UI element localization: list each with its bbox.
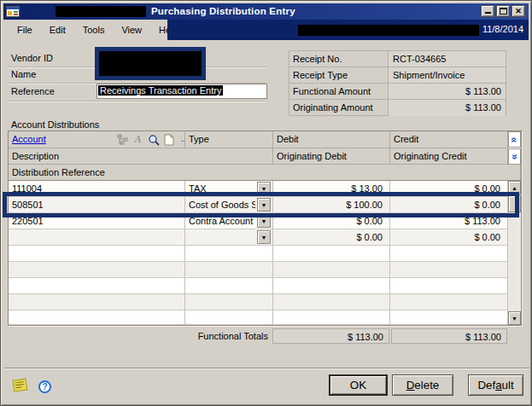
redacted-user-company xyxy=(298,25,479,36)
credit-cell[interactable]: $ 113.00 xyxy=(390,213,508,229)
receipt-type-label: Receipt Type xyxy=(293,70,348,80)
account-distributions-label: Account Distributions xyxy=(11,119,99,130)
scroll-up-icon: ▲ xyxy=(512,185,517,191)
type-cell[interactable]: TAX ▼ xyxy=(185,181,273,197)
functional-amount-value: $ 113.00 xyxy=(388,84,506,99)
system-date[interactable]: 11/8/2014 xyxy=(482,24,523,34)
maximize-icon xyxy=(500,8,507,14)
menu-view[interactable]: View xyxy=(113,23,150,37)
credit-header-cell: Credit xyxy=(390,131,508,148)
scroll-up-button[interactable]: ▲ xyxy=(508,181,521,194)
dropdown-arrow-icon: ▼ xyxy=(261,202,267,208)
type-dropdown-button[interactable]: ▼ xyxy=(257,182,271,195)
account-header-cell: Account A → xyxy=(9,131,185,148)
empty-row xyxy=(9,278,508,294)
footer-divider xyxy=(4,368,529,369)
originating-amount-label: Originating Amount xyxy=(293,102,373,113)
credit-cell[interactable]: $ 0.00 xyxy=(390,181,508,197)
account-cell[interactable]: 111004 xyxy=(9,181,185,197)
ok-button[interactable]: OK xyxy=(329,374,388,396)
receipt-no-value: RCT-034665 xyxy=(388,51,506,67)
functional-amount-label: Functional Amount xyxy=(293,86,371,96)
expand-rows-button[interactable]: « xyxy=(508,148,521,165)
help-icon[interactable]: ? xyxy=(38,380,51,393)
debit-cell[interactable]: $ 13.00 xyxy=(273,181,390,197)
grid-toolbar: A → xyxy=(115,132,185,147)
dropdown-arrow-icon: ▼ xyxy=(261,235,267,241)
table-row: 220501 Contra Account ▼ $ 0.00 $ 113.00 xyxy=(9,213,508,229)
lookup-icon[interactable] xyxy=(146,132,161,147)
scrollbar-thumb[interactable] xyxy=(508,195,521,212)
type-header-cell: Type xyxy=(185,131,273,148)
purchasing-distribution-entry-window: Purchasing Distribution Entry ✕ File Edi… xyxy=(0,0,532,406)
originating-amount-value: $ 113.00 xyxy=(388,100,506,116)
close-button[interactable]: ✕ xyxy=(512,5,525,17)
account-alias-icon[interactable]: A xyxy=(131,132,145,147)
table-row: ▼ $ 0.00 $ 0.00 xyxy=(9,229,508,246)
minimize-icon xyxy=(485,8,491,14)
account-header-link[interactable]: Account xyxy=(12,134,46,144)
note-icon[interactable] xyxy=(161,132,176,147)
menu-bar-right-panel: 11/8/2014 xyxy=(167,20,529,40)
originating-debit-header-cell: Originating Debit xyxy=(273,148,390,165)
empty-row xyxy=(9,246,508,262)
vendor-id-redacted-annotation xyxy=(95,47,206,80)
dropdown-arrow-icon: ▼ xyxy=(261,186,267,192)
collapse-rows-button[interactable]: « xyxy=(508,131,521,148)
name-label: Name xyxy=(11,69,36,79)
window-title: Purchasing Distribution Entry xyxy=(151,6,295,16)
empty-row xyxy=(9,262,508,278)
minimize-button[interactable] xyxy=(481,5,494,17)
distributions-grid: Account A → Type Debit Credit « Descript… xyxy=(8,130,522,326)
credit-cell[interactable]: $ 0.00 xyxy=(390,197,508,213)
default-button[interactable]: Default xyxy=(468,374,523,396)
menu-file[interactable]: File xyxy=(9,23,41,37)
type-cell[interactable]: ▼ xyxy=(185,229,273,246)
title-bar[interactable]: Purchasing Distribution Entry ✕ xyxy=(3,3,529,20)
menu-tools[interactable]: Tools xyxy=(74,23,114,37)
debit-cell[interactable]: $ 100.00 xyxy=(273,197,390,213)
receipt-no-label: Receipt No. xyxy=(293,54,342,64)
menu-edit[interactable]: Edit xyxy=(41,23,74,37)
receipt-type-value: Shipment/Invoice xyxy=(388,67,506,83)
account-hierarchy-icon[interactable] xyxy=(115,132,130,147)
type-dropdown-button[interactable]: ▼ xyxy=(257,230,271,244)
functional-totals-label: Functional Totals xyxy=(86,331,268,341)
maximize-button[interactable] xyxy=(496,5,510,17)
account-cell[interactable]: 220501 xyxy=(9,213,185,229)
functional-amount-row: Functional Amount $ 113.00 xyxy=(289,84,506,100)
account-cell[interactable]: 508501 xyxy=(9,197,185,213)
type-dropdown-button[interactable]: ▼ xyxy=(257,198,271,212)
reference-label: Reference xyxy=(11,86,55,96)
type-cell[interactable]: Contra Account ▼ xyxy=(185,213,273,229)
type-cell[interactable]: Cost of Goods So ▼ xyxy=(185,197,273,213)
distribution-reference-header-cell: Distribution Reference xyxy=(9,165,521,181)
notes-icon[interactable] xyxy=(11,378,30,396)
receipt-no-row: Receipt No. RCT-034665 xyxy=(289,51,506,67)
dropdown-arrow-icon: ▼ xyxy=(261,218,267,224)
close-icon: ✕ xyxy=(515,7,522,15)
debit-cell[interactable]: $ 0.00 xyxy=(273,213,390,229)
scroll-down-button[interactable]: ▼ xyxy=(508,311,521,325)
table-row: 111004 TAX ▼ $ 13.00 $ 0.00 xyxy=(9,181,508,197)
receipt-type-row: Receipt Type Shipment/Invoice xyxy=(289,67,506,84)
credit-cell[interactable]: $ 0.00 xyxy=(390,229,508,246)
scroll-down-icon: ▼ xyxy=(512,316,517,322)
chevron-down-icon: « xyxy=(509,154,521,160)
redacted-company-name xyxy=(56,6,146,17)
debit-cell[interactable]: $ 0.00 xyxy=(273,229,390,246)
type-dropdown-button[interactable]: ▼ xyxy=(257,214,271,228)
reference-input[interactable]: Receivings Transaction Entry xyxy=(96,84,267,99)
empty-row xyxy=(9,294,508,310)
debit-header-cell: Debit xyxy=(273,131,390,148)
reference-selected-text: Receivings Transaction Entry xyxy=(98,85,223,96)
functional-totals-credit: $ 113.00 xyxy=(391,328,507,344)
account-cell[interactable] xyxy=(9,229,185,246)
delete-button[interactable]: Delete xyxy=(392,374,453,396)
app-window-icon xyxy=(6,6,20,19)
empty-row xyxy=(9,310,508,325)
expand-arrow-icon[interactable]: → xyxy=(177,132,185,147)
grid-scrollbar[interactable]: ▲ ▼ xyxy=(508,181,521,325)
originating-amount-row: Originating Amount $ 113.00 xyxy=(289,100,506,116)
field-separator xyxy=(8,101,266,102)
